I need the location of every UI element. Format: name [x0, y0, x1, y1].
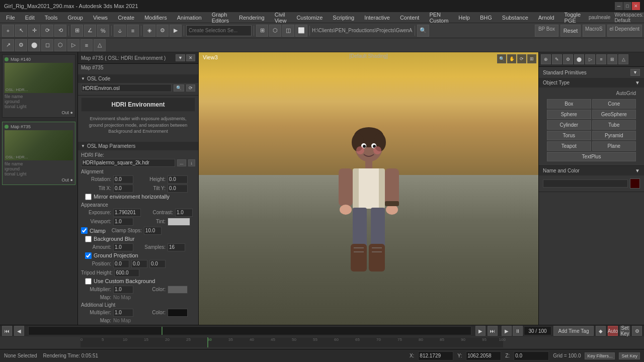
auto-key-btn[interactable]: Auto: [608, 326, 618, 336]
menu-pen-custom[interactable]: PEN Custom: [427, 11, 450, 25]
menu-create[interactable]: Create: [116, 14, 136, 22]
view-btn-2[interactable]: ⬜: [295, 25, 307, 37]
menu-file[interactable]: File: [4, 14, 17, 22]
vp-orbit-btn[interactable]: ⟳: [517, 54, 526, 63]
menu-help[interactable]: Help: [456, 14, 472, 22]
ground-proj-checkbox[interactable]: [85, 252, 92, 259]
menu-content[interactable]: Content: [398, 14, 422, 22]
key-mode-btn[interactable]: ◆: [596, 326, 606, 336]
viewport[interactable]: View3 [Default Shading] 🔍 ✋ ⟳ ⊞: [199, 52, 538, 325]
right-tb-create[interactable]: ⊕: [541, 54, 551, 64]
prim-cone[interactable]: Cone: [592, 99, 636, 109]
menu-civil-view[interactable]: Civil View: [273, 11, 289, 25]
create-selection-input[interactable]: [186, 25, 252, 36]
prim-cylinder[interactable]: Cylinder: [547, 120, 591, 130]
name-input[interactable]: [543, 179, 628, 188]
key-filter-btn[interactable]: ⚙: [632, 326, 642, 336]
prim-torus[interactable]: Torus: [547, 131, 591, 140]
menu-interactive[interactable]: Interactive: [362, 14, 392, 22]
frame-input[interactable]: 30 / 100: [524, 326, 551, 335]
right-tb-motion[interactable]: ⬤: [574, 54, 584, 64]
move-button[interactable]: ✛: [28, 25, 40, 37]
right-tb-modify[interactable]: ✎: [552, 54, 562, 64]
osl-browse-btn[interactable]: 🔍: [174, 84, 184, 92]
osl-params-header[interactable]: ▼ OSL Map Parameters: [78, 142, 198, 150]
prim-sphere[interactable]: Sphere: [547, 110, 591, 119]
minimize-button[interactable]: ─: [615, 2, 623, 10]
bg-blur-checkbox[interactable]: [85, 236, 92, 242]
tb2-btn-4[interactable]: ◻: [41, 39, 53, 51]
prim-tube[interactable]: Tube: [592, 120, 636, 130]
vp-maximize-btn[interactable]: ⊞: [527, 54, 536, 63]
time-ruler-track[interactable]: 0 5 10 15 20 25 30 35 40 45 50 55 60 65 …: [80, 337, 503, 347]
z-coord-input[interactable]: [514, 351, 549, 360]
menu-modifiers[interactable]: Modifiers: [142, 14, 169, 22]
prim-plane[interactable]: Plane: [592, 141, 636, 151]
ground-pos-z[interactable]: [149, 260, 166, 268]
prim-textplus[interactable]: TextPlus: [547, 152, 636, 161]
stop-btn[interactable]: ⏸: [513, 326, 523, 336]
object-type-header[interactable]: Object Type ▼: [539, 78, 644, 87]
mirror-button[interactable]: ⫝: [114, 25, 126, 37]
tb2-btn-7[interactable]: ≡: [80, 39, 93, 51]
create-button[interactable]: +: [2, 25, 14, 37]
go-start-btn[interactable]: ⏮: [2, 326, 12, 336]
render-setup-button[interactable]: ⚙: [156, 25, 169, 37]
add-light-color-swatch[interactable]: [168, 309, 188, 317]
search-button[interactable]: 🔍: [417, 25, 429, 37]
standard-primitives-dropdown[interactable]: ▼: [630, 69, 640, 76]
scale-button[interactable]: ⟲: [54, 25, 66, 37]
hdri-load-btn[interactable]: ↓: [188, 159, 196, 166]
osl-code-header[interactable]: ▼ OSL Code: [78, 74, 198, 83]
menu-group[interactable]: Group: [65, 14, 85, 22]
tilt-y-input[interactable]: [168, 185, 188, 193]
key-filters-btn[interactable]: Key Filters...: [585, 352, 615, 359]
map-panel-options[interactable]: ▼: [176, 54, 185, 61]
right-tb-utilities[interactable]: ≡: [596, 54, 606, 64]
menu-graph-editors[interactable]: Graph Editors: [210, 11, 231, 25]
tb2-btn-1[interactable]: ↗: [2, 39, 14, 51]
color-swatch[interactable]: [630, 178, 640, 189]
tilt-x-input[interactable]: [113, 185, 133, 193]
tb2-btn-5[interactable]: ⬡: [54, 39, 66, 51]
material-editor-button[interactable]: ◈: [143, 25, 155, 37]
custom-bg-mult-input[interactable]: [113, 286, 133, 294]
menu-animation[interactable]: Animation: [175, 14, 204, 22]
reset-button[interactable]: Reset: [560, 25, 581, 37]
tint-swatch[interactable]: [168, 218, 190, 226]
grid-btn-2[interactable]: ⬡: [269, 25, 281, 37]
set-key-btn[interactable]: Set Key: [620, 326, 630, 336]
name-color-header[interactable]: Name and Color ▼: [539, 166, 644, 175]
close-button[interactable]: ✕: [632, 2, 640, 10]
prim-box[interactable]: Box: [547, 99, 591, 109]
next-key-btn[interactable]: ▶: [475, 326, 486, 336]
menu-customize[interactable]: Customize: [294, 14, 325, 22]
tb2-btn-6[interactable]: ▷: [67, 39, 79, 51]
rotation-input[interactable]: [113, 175, 133, 184]
osl-file-input[interactable]: [81, 84, 172, 92]
set-key-status-btn[interactable]: Set Key: [619, 352, 640, 359]
ground-pos-x[interactable]: [113, 260, 129, 268]
exposure-input[interactable]: [113, 209, 141, 217]
rotate-button[interactable]: ⟳: [41, 25, 53, 37]
prim-pyramid[interactable]: Pyramid: [592, 131, 636, 140]
snap-button[interactable]: ⊞: [71, 25, 83, 37]
vp-pan-btn[interactable]: ✋: [507, 54, 516, 63]
x-coord-input[interactable]: [418, 351, 453, 360]
menu-arnold[interactable]: Arnold: [536, 14, 556, 22]
menu-scripting[interactable]: Scripting: [331, 14, 356, 22]
y-coord-input[interactable]: [466, 351, 501, 360]
grid-btn-1[interactable]: ⊞: [256, 25, 268, 37]
angle-snap-button[interactable]: ∠: [84, 25, 96, 37]
play-btn[interactable]: ▶: [502, 326, 512, 336]
bg-blur-amount-input[interactable]: [113, 243, 133, 251]
tb2-btn-2[interactable]: ⚙: [15, 39, 27, 51]
menu-bhg[interactable]: BHG: [478, 14, 494, 22]
menu-edit[interactable]: Edit: [23, 14, 37, 22]
window-controls[interactable]: ─ □ ✕: [615, 2, 640, 10]
right-tb-display[interactable]: ▷: [585, 54, 595, 64]
mirror-checkbox[interactable]: [85, 194, 92, 200]
viewport-input[interactable]: [113, 218, 133, 226]
tb2-btn-3[interactable]: ⬤: [28, 39, 40, 51]
go-end-btn[interactable]: ⏭: [488, 326, 498, 336]
